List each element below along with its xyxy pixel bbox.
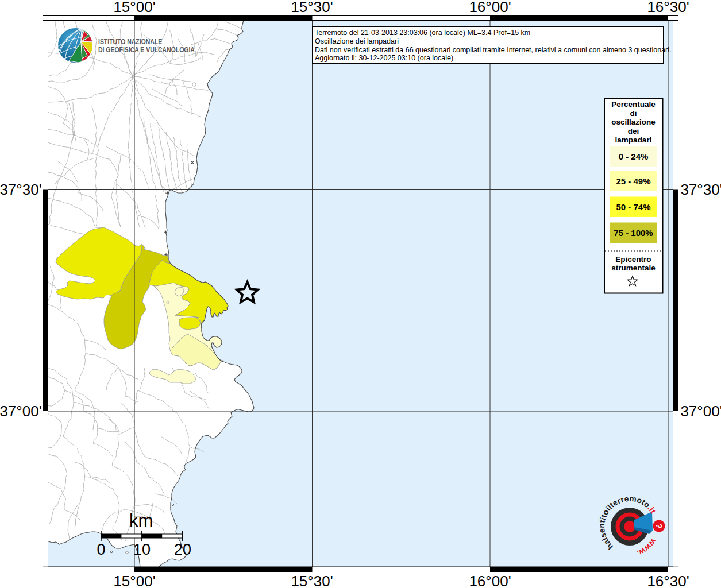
svg-text:10: 10	[133, 541, 151, 558]
svg-text:75 - 100%: 75 - 100%	[614, 228, 653, 238]
svg-text:Oscillazione dei lampadari: Oscillazione dei lampadari	[315, 37, 399, 45]
svg-text:DI GEOFISICA E VULCANOLOGIA: DI GEOFISICA E VULCANOLOGIA	[98, 46, 195, 53]
svg-text:dei: dei	[628, 127, 639, 136]
svg-text:37°00': 37°00'	[680, 403, 721, 420]
svg-text:15°00': 15°00'	[113, 572, 155, 588]
svg-text:Dati non verificati estratti d: Dati non verificati estratti da 66 quest…	[315, 46, 671, 54]
svg-text:lampadari: lampadari	[615, 136, 652, 144]
svg-text:37°30': 37°30'	[680, 181, 721, 198]
svg-text:Epicentro: Epicentro	[615, 255, 651, 264]
svg-text:15°00': 15°00'	[113, 0, 155, 16]
svg-text:16°00': 16°00'	[469, 0, 511, 16]
svg-text:Aggiornato il: 30-12-2025 03:1: Aggiornato il: 30-12-2025 03:10 (ora loc…	[315, 54, 453, 62]
svg-text:Terremoto del 21-03-2013 23:03: Terremoto del 21-03-2013 23:03:06 (ora l…	[315, 29, 530, 37]
svg-text:strumentale: strumentale	[611, 264, 656, 272]
svg-text:km: km	[129, 510, 153, 531]
svg-text:25 - 49%: 25 - 49%	[616, 176, 650, 186]
svg-text:16°00': 16°00'	[469, 572, 511, 588]
svg-text:37°30': 37°30'	[0, 181, 42, 198]
svg-text:20: 20	[174, 541, 191, 558]
svg-text:di: di	[630, 109, 637, 118]
svg-text:Percentuale: Percentuale	[611, 100, 656, 109]
svg-text:50 - 74%: 50 - 74%	[616, 202, 650, 212]
svg-text:ISTITUTO NAZIONALE: ISTITUTO NAZIONALE	[98, 38, 162, 45]
svg-text:oscillazione: oscillazione	[611, 118, 656, 126]
svg-text:0: 0	[97, 541, 105, 558]
svg-text:?: ?	[654, 523, 664, 529]
svg-text:16°30': 16°30'	[647, 0, 689, 16]
svg-text:15°30': 15°30'	[291, 572, 333, 588]
svg-text:37°00': 37°00'	[0, 403, 42, 420]
svg-text:0 - 24%: 0 - 24%	[619, 152, 649, 161]
svg-text:15°30': 15°30'	[291, 0, 333, 16]
svg-text:16°30': 16°30'	[647, 572, 689, 588]
